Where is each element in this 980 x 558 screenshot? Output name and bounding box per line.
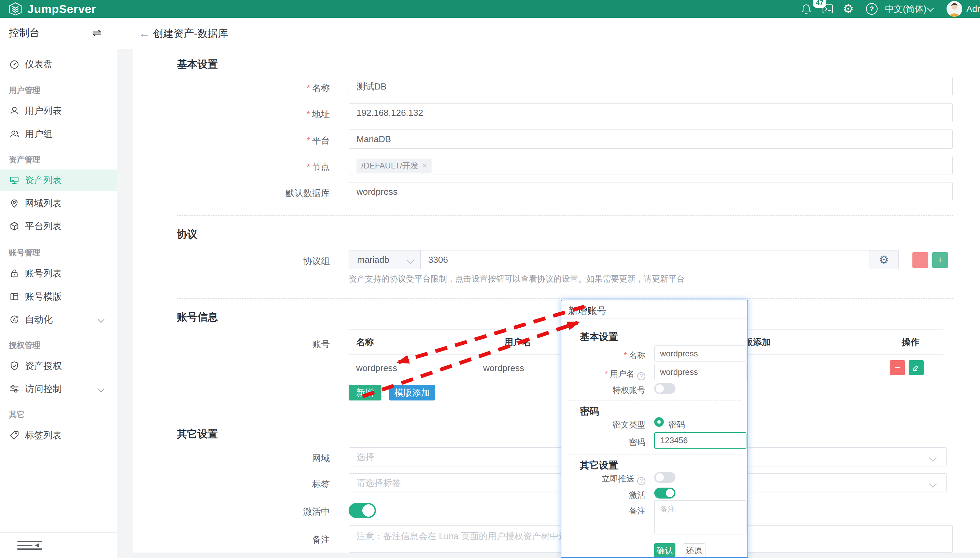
sidebar-item-label: 仪表盘 bbox=[25, 58, 52, 71]
sidebar-footer bbox=[0, 532, 117, 558]
privileged-toggle[interactable] bbox=[654, 383, 676, 394]
name-input[interactable] bbox=[348, 77, 953, 96]
automation-icon: A bbox=[9, 314, 20, 325]
name-label: *名称 bbox=[227, 82, 330, 94]
jumpserver-logo-icon[interactable] bbox=[8, 2, 22, 16]
sidebar-item-user-groups[interactable]: 用户组 bbox=[0, 123, 117, 144]
section-divider bbox=[177, 298, 953, 299]
node-field[interactable]: /DEFAULT/开发 × bbox=[348, 156, 953, 175]
modal-active-label: 激活 bbox=[567, 490, 645, 501]
column-actions: 操作 bbox=[902, 330, 919, 354]
modal-password-input[interactable] bbox=[654, 432, 746, 449]
modal-name-label: *名称 bbox=[567, 350, 645, 361]
lock-icon bbox=[9, 268, 20, 279]
add-protocol-button[interactable]: + bbox=[932, 252, 948, 268]
gauge-icon bbox=[9, 59, 20, 70]
page-title-bar: ← 创建资产-数据库 bbox=[117, 18, 980, 49]
sidebar-section-perms: 授权管理 bbox=[9, 340, 40, 351]
sidebar-item-label: 用户组 bbox=[25, 128, 52, 140]
sidebar-header: 控制台 ⇌ bbox=[0, 18, 117, 48]
modal-username-input[interactable] bbox=[654, 364, 746, 380]
node-label: *节点 bbox=[227, 161, 330, 173]
edit-account-button[interactable] bbox=[909, 360, 924, 375]
sidebar-item-asset-list[interactable]: 资产列表 bbox=[0, 169, 117, 191]
settings-gear-icon[interactable]: ⚙ bbox=[843, 0, 854, 18]
location-pin-icon bbox=[9, 198, 20, 209]
remove-tag-icon[interactable]: × bbox=[423, 161, 427, 170]
sidebar-section-assets: 资产管理 bbox=[9, 154, 40, 165]
help-circle-icon: ? bbox=[637, 372, 645, 380]
notification-bell-icon[interactable] bbox=[801, 0, 811, 18]
push-now-toggle[interactable] bbox=[654, 472, 676, 483]
tags-label: 标签 bbox=[227, 478, 330, 490]
default-db-label: 默认数据库 bbox=[227, 187, 330, 199]
back-arrow-icon[interactable]: ← bbox=[138, 18, 151, 49]
help-icon[interactable]: ? bbox=[866, 0, 878, 18]
section-heading-protocol: 协议 bbox=[177, 228, 197, 241]
add-from-template-button[interactable]: 模版添加 bbox=[389, 385, 435, 400]
remove-protocol-button[interactable]: − bbox=[912, 252, 928, 268]
protocol-select[interactable]: mariadb bbox=[348, 250, 420, 269]
language-selector[interactable]: 中文(简体) bbox=[885, 0, 926, 18]
modal-comment-textarea[interactable] bbox=[654, 500, 746, 534]
modal-privileged-label: 特权账号 bbox=[567, 385, 645, 396]
sidebar-item-dashboard[interactable]: 仪表盘 bbox=[0, 54, 117, 75]
sidebar-item-domain-list[interactable]: 网域列表 bbox=[0, 193, 117, 214]
sidebar-item-platform-list[interactable]: 平台列表 bbox=[0, 216, 117, 237]
sidebar-item-automation[interactable]: A 自动化 bbox=[0, 309, 117, 330]
default-db-input[interactable] bbox=[348, 182, 953, 201]
active-toggle[interactable] bbox=[348, 503, 376, 518]
user-avatar[interactable] bbox=[947, 1, 962, 17]
sidebar-item-asset-perms[interactable]: 资产授权 bbox=[0, 355, 117, 377]
jumpserver-app: JumpServer 47 ⚙ ? 中文(简体) bbox=[0, 0, 980, 558]
switch-view-icon[interactable]: ⇌ bbox=[92, 18, 101, 48]
brand-title: JumpServer bbox=[27, 0, 96, 18]
modal-comment-label: 备注 bbox=[567, 505, 645, 516]
protocol-port-input[interactable] bbox=[420, 250, 869, 269]
add-account-button[interactable]: 新增 bbox=[348, 385, 381, 400]
top-header: JumpServer 47 ⚙ ? 中文(简体) bbox=[0, 0, 980, 18]
notification-badge[interactable]: 47 bbox=[813, 0, 826, 8]
sidebar: 控制台 ⇌ 仪表盘 用户管理 用户列表 用户组 bbox=[0, 18, 117, 558]
sidebar-item-label: 网域列表 bbox=[25, 197, 62, 210]
add-account-modal: 新增账号 基本设置 *名称 *用户名? 特权账号 密码 密文类型 密码 密码 其… bbox=[561, 300, 748, 558]
delete-account-button[interactable]: − bbox=[890, 360, 905, 375]
column-username: 用户名 bbox=[504, 330, 531, 354]
section-heading-basic: 基本设置 bbox=[177, 57, 218, 71]
platform-label: *平台 bbox=[227, 135, 330, 147]
username-text[interactable]: Adm bbox=[966, 0, 980, 18]
sidebar-item-label: 资产列表 bbox=[25, 174, 62, 186]
sidebar-item-access-control[interactable]: 访问控制 bbox=[0, 378, 117, 399]
modal-section-other: 其它设置 bbox=[580, 459, 618, 472]
modal-active-toggle[interactable] bbox=[654, 487, 676, 499]
node-tag-chip[interactable]: /DEFAULT/开发 × bbox=[357, 159, 432, 173]
sidebar-item-tag-list[interactable]: 标签列表 bbox=[0, 425, 117, 446]
collapse-sidebar-icon[interactable] bbox=[17, 540, 43, 550]
modal-name-input[interactable] bbox=[654, 345, 746, 362]
protocol-hint-text: 资产支持的协议受平台限制，点击设置按钮可以查看协议的设置。如果需要更新，请更新平… bbox=[348, 273, 685, 284]
sidebar-item-account-templates[interactable]: 账号模版 bbox=[0, 286, 117, 307]
sidebar-item-label: 用户列表 bbox=[25, 105, 62, 117]
sidebar-item-label: 标签列表 bbox=[25, 429, 62, 441]
modal-section-secret: 密码 bbox=[580, 405, 599, 418]
sidebar-section-other: 其它 bbox=[9, 409, 25, 420]
reset-button[interactable]: 还原 bbox=[683, 543, 705, 558]
modal-section-basic: 基本设置 bbox=[580, 330, 618, 343]
sidebar-item-user-list[interactable]: 用户列表 bbox=[0, 100, 117, 121]
platform-input[interactable] bbox=[348, 130, 953, 149]
section-divider bbox=[177, 215, 953, 216]
address-input[interactable] bbox=[348, 103, 953, 122]
domain-label: 网域 bbox=[227, 452, 330, 464]
confirm-button[interactable]: 确认 bbox=[654, 543, 676, 558]
pencil-icon bbox=[912, 364, 920, 372]
protocol-settings-button[interactable]: ⚙ bbox=[869, 250, 899, 269]
sidebar-title: 控制台 bbox=[9, 18, 39, 48]
modal-title-divider bbox=[561, 318, 748, 318]
shield-check-icon bbox=[9, 361, 20, 371]
tag-icon bbox=[9, 430, 20, 441]
sidebar-item-label: 自动化 bbox=[25, 313, 52, 326]
password-radio[interactable] bbox=[654, 417, 664, 427]
svg-text:A: A bbox=[13, 317, 16, 322]
sidebar-item-label: 访问控制 bbox=[25, 383, 62, 395]
sidebar-item-account-list[interactable]: 账号列表 bbox=[0, 263, 117, 284]
